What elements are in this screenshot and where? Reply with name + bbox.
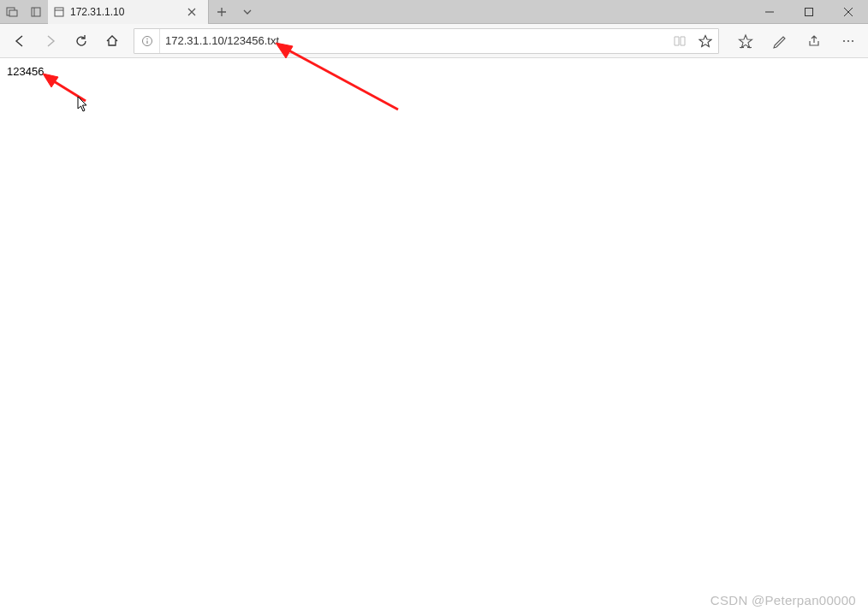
more-button[interactable] [834, 27, 863, 56]
address-right-icons [670, 34, 718, 48]
annotation-arrow-url [274, 41, 402, 118]
titlebar: 172.31.1.10 [0, 0, 868, 24]
toolbar [0, 24, 868, 58]
browser-tab[interactable]: 172.31.1.10 [48, 0, 209, 24]
forward-button[interactable] [36, 27, 65, 56]
tab-actions-button[interactable] [235, 0, 260, 24]
page-icon [53, 6, 65, 18]
address-bar[interactable] [134, 28, 719, 54]
svg-point-13 [847, 39, 849, 41]
home-button[interactable] [98, 27, 127, 56]
close-window-button[interactable] [829, 0, 868, 24]
share-button[interactable] [800, 27, 829, 56]
tab-close-button[interactable] [187, 8, 201, 16]
cursor-icon [77, 96, 89, 113]
minimize-button[interactable] [750, 0, 789, 24]
new-tab-button[interactable] [209, 0, 235, 24]
notes-button[interactable] [765, 27, 794, 56]
tab-title: 172.31.1.10 [70, 6, 182, 18]
svg-point-14 [852, 39, 853, 41]
watermark-text: CSDN @Peterpan00000 [710, 593, 856, 607]
window-controls [750, 0, 868, 24]
svg-rect-2 [32, 8, 40, 16]
favorite-star-icon[interactable] [696, 34, 715, 48]
site-info-icon[interactable] [134, 29, 160, 53]
reading-view-icon[interactable] [670, 34, 689, 48]
show-tabs-button[interactable] [24, 0, 48, 24]
svg-marker-16 [276, 43, 293, 58]
svg-point-12 [843, 39, 845, 41]
page-text: 123456 [7, 65, 44, 78]
svg-rect-1 [9, 10, 17, 16]
svg-marker-18 [43, 74, 58, 87]
titlebar-left-buttons [0, 0, 48, 23]
set-aside-tabs-button[interactable] [0, 0, 24, 24]
toolbar-right [726, 27, 863, 56]
refresh-button[interactable] [67, 27, 96, 56]
maximize-button[interactable] [789, 0, 829, 24]
new-tab-area [209, 0, 260, 24]
svg-rect-3 [55, 8, 63, 16]
svg-line-15 [284, 48, 398, 110]
svg-rect-6 [806, 8, 813, 15]
favorites-button[interactable] [731, 27, 760, 56]
url-input[interactable] [160, 29, 670, 53]
back-button[interactable] [5, 27, 34, 56]
svg-point-8 [146, 38, 148, 39]
page-body: 123456 [0, 58, 868, 86]
